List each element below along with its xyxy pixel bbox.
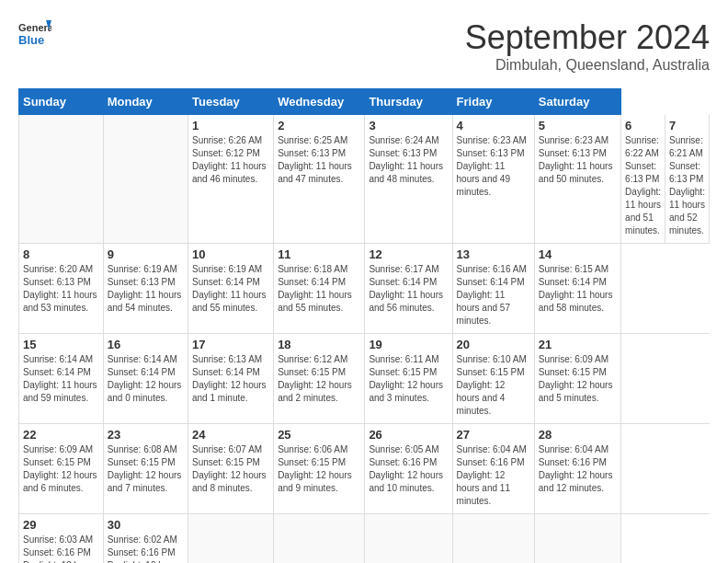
day-info: Sunrise: 6:20 AMSunset: 6:13 PMDaylight:…	[23, 263, 99, 315]
day-cell-8: 8 Sunrise: 6:20 AMSunset: 6:13 PMDayligh…	[19, 243, 104, 333]
day-cell-23: 23 Sunrise: 6:08 AMSunset: 6:15 PMDaylig…	[103, 423, 188, 513]
title-section: September 2024 Dimbulah, Queensland, Aus…	[465, 18, 710, 74]
day-number: 2	[278, 119, 360, 132]
logo-icon: General Blue	[18, 18, 51, 52]
week-row-3: 15 Sunrise: 6:14 AMSunset: 6:14 PMDaylig…	[19, 333, 710, 423]
day-number: 13	[457, 247, 530, 261]
day-cell-11: 11 Sunrise: 6:18 AMSunset: 6:14 PMDaylig…	[274, 243, 365, 333]
day-number: 9	[108, 247, 184, 261]
day-number: 27	[457, 428, 530, 442]
day-cell-6: 6 Sunrise: 6:22 AMSunset: 6:13 PMDayligh…	[621, 115, 665, 244]
day-cell-19: 19 Sunrise: 6:11 AMSunset: 6:15 PMDaylig…	[365, 333, 452, 423]
day-info: Sunrise: 6:19 AMSunset: 6:13 PMDaylight:…	[108, 263, 184, 315]
header-friday: Friday	[452, 89, 534, 115]
day-info: Sunrise: 6:14 AMSunset: 6:14 PMDaylight:…	[23, 353, 99, 405]
day-cell-21: 21 Sunrise: 6:09 AMSunset: 6:15 PMDaylig…	[534, 333, 620, 423]
day-number: 19	[369, 338, 448, 351]
day-cell-18: 18 Sunrise: 6:12 AMSunset: 6:15 PMDaylig…	[274, 333, 365, 423]
day-info: Sunrise: 6:12 AMSunset: 6:15 PMDaylight:…	[278, 353, 360, 405]
week-row-1: 1 Sunrise: 6:26 AMSunset: 6:12 PMDayligh…	[19, 115, 710, 244]
day-number: 4	[457, 119, 530, 132]
header-wednesday: Wednesday	[274, 89, 365, 115]
header-monday: Monday	[103, 89, 188, 115]
day-cell-26: 26 Sunrise: 6:05 AMSunset: 6:16 PMDaylig…	[365, 423, 452, 513]
page-header: General Blue September 2024 Dimbulah, Qu…	[18, 18, 710, 74]
day-cell-5: 5 Sunrise: 6:23 AMSunset: 6:13 PMDayligh…	[534, 115, 620, 244]
day-number: 22	[23, 428, 99, 442]
day-number: 11	[278, 247, 360, 261]
header-tuesday: Tuesday	[188, 89, 274, 115]
day-info: Sunrise: 6:11 AMSunset: 6:15 PMDaylight:…	[369, 353, 448, 405]
day-number: 3	[369, 119, 448, 132]
day-info: Sunrise: 6:03 AMSunset: 6:16 PMDaylight:…	[23, 534, 99, 564]
header-thursday: Thursday	[365, 89, 452, 115]
day-cell-12: 12 Sunrise: 6:17 AMSunset: 6:14 PMDaylig…	[365, 243, 452, 333]
day-info: Sunrise: 6:26 AMSunset: 6:12 PMDaylight:…	[192, 134, 269, 186]
day-info: Sunrise: 6:25 AMSunset: 6:13 PMDaylight:…	[278, 134, 360, 186]
empty-cell	[103, 115, 188, 244]
day-info: Sunrise: 6:15 AMSunset: 6:14 PMDaylight:…	[539, 263, 617, 315]
day-info: Sunrise: 6:24 AMSunset: 6:13 PMDaylight:…	[369, 134, 448, 186]
day-number: 7	[669, 119, 705, 132]
day-cell-28: 28 Sunrise: 6:04 AMSunset: 6:16 PMDaylig…	[534, 423, 620, 513]
day-number: 17	[192, 338, 269, 351]
week-row-2: 8 Sunrise: 6:20 AMSunset: 6:13 PMDayligh…	[19, 243, 710, 333]
day-number: 28	[539, 428, 617, 442]
empty-cell	[534, 513, 620, 563]
day-info: Sunrise: 6:06 AMSunset: 6:15 PMDaylight:…	[278, 443, 360, 495]
day-info: Sunrise: 6:16 AMSunset: 6:14 PMDaylight:…	[457, 263, 530, 327]
day-info: Sunrise: 6:07 AMSunset: 6:15 PMDaylight:…	[192, 443, 269, 495]
empty-cell	[19, 115, 104, 244]
day-info: Sunrise: 6:04 AMSunset: 6:16 PMDaylight:…	[457, 443, 530, 508]
day-info: Sunrise: 6:21 AMSunset: 6:13 PMDaylight:…	[669, 134, 705, 237]
header-sunday: Sunday	[19, 89, 104, 115]
header-saturday: Saturday	[534, 89, 620, 115]
day-info: Sunrise: 6:04 AMSunset: 6:16 PMDaylight:…	[539, 443, 617, 495]
week-row-5: 29 Sunrise: 6:03 AMSunset: 6:16 PMDaylig…	[19, 513, 710, 563]
empty-cell	[365, 513, 452, 563]
day-cell-20: 20 Sunrise: 6:10 AMSunset: 6:15 PMDaylig…	[452, 333, 534, 423]
day-info: Sunrise: 6:23 AMSunset: 6:13 PMDaylight:…	[457, 134, 530, 199]
logo: General Blue	[18, 18, 51, 52]
day-cell-16: 16 Sunrise: 6:14 AMSunset: 6:14 PMDaylig…	[103, 333, 188, 423]
day-cell-25: 25 Sunrise: 6:06 AMSunset: 6:15 PMDaylig…	[274, 423, 365, 513]
empty-cell	[188, 513, 274, 563]
svg-text:General: General	[18, 22, 51, 33]
day-number: 30	[108, 518, 184, 532]
day-number: 26	[369, 428, 448, 442]
day-cell-17: 17 Sunrise: 6:13 AMSunset: 6:14 PMDaylig…	[188, 333, 274, 423]
day-info: Sunrise: 6:05 AMSunset: 6:16 PMDaylight:…	[369, 443, 448, 495]
day-info: Sunrise: 6:09 AMSunset: 6:15 PMDaylight:…	[23, 443, 99, 495]
day-cell-27: 27 Sunrise: 6:04 AMSunset: 6:16 PMDaylig…	[452, 423, 534, 513]
day-info: Sunrise: 6:14 AMSunset: 6:14 PMDaylight:…	[108, 353, 184, 405]
day-cell-14: 14 Sunrise: 6:15 AMSunset: 6:14 PMDaylig…	[534, 243, 620, 333]
day-info: Sunrise: 6:23 AMSunset: 6:13 PMDaylight:…	[539, 134, 617, 186]
day-cell-7: 7 Sunrise: 6:21 AMSunset: 6:13 PMDayligh…	[665, 115, 710, 244]
location-subtitle: Dimbulah, Queensland, Australia	[465, 57, 710, 74]
day-cell-3: 3 Sunrise: 6:24 AMSunset: 6:13 PMDayligh…	[365, 115, 452, 244]
day-number: 21	[539, 338, 617, 351]
day-info: Sunrise: 6:10 AMSunset: 6:15 PMDaylight:…	[457, 353, 530, 418]
day-cell-22: 22 Sunrise: 6:09 AMSunset: 6:15 PMDaylig…	[19, 423, 104, 513]
day-number: 12	[369, 247, 448, 261]
day-info: Sunrise: 6:19 AMSunset: 6:14 PMDaylight:…	[192, 263, 269, 315]
day-cell-4: 4 Sunrise: 6:23 AMSunset: 6:13 PMDayligh…	[452, 115, 534, 244]
empty-cell	[452, 513, 534, 563]
month-title: September 2024	[465, 18, 710, 57]
day-cell-15: 15 Sunrise: 6:14 AMSunset: 6:14 PMDaylig…	[19, 333, 104, 423]
day-number: 25	[278, 428, 360, 442]
day-number: 16	[108, 338, 184, 351]
day-cell-30: 30 Sunrise: 6:02 AMSunset: 6:16 PMDaylig…	[103, 513, 188, 563]
day-info: Sunrise: 6:17 AMSunset: 6:14 PMDaylight:…	[369, 263, 448, 315]
empty-cell	[274, 513, 365, 563]
day-cell-13: 13 Sunrise: 6:16 AMSunset: 6:14 PMDaylig…	[452, 243, 534, 333]
calendar-table: SundayMondayTuesdayWednesdayThursdayFrid…	[18, 88, 710, 563]
day-info: Sunrise: 6:18 AMSunset: 6:14 PMDaylight:…	[278, 263, 360, 315]
day-cell-29: 29 Sunrise: 6:03 AMSunset: 6:16 PMDaylig…	[19, 513, 104, 563]
day-number: 5	[539, 119, 617, 132]
day-number: 10	[192, 247, 269, 261]
day-info: Sunrise: 6:08 AMSunset: 6:15 PMDaylight:…	[108, 443, 184, 495]
day-number: 1	[192, 119, 269, 132]
day-number: 8	[23, 247, 99, 261]
day-number: 6	[625, 119, 661, 132]
